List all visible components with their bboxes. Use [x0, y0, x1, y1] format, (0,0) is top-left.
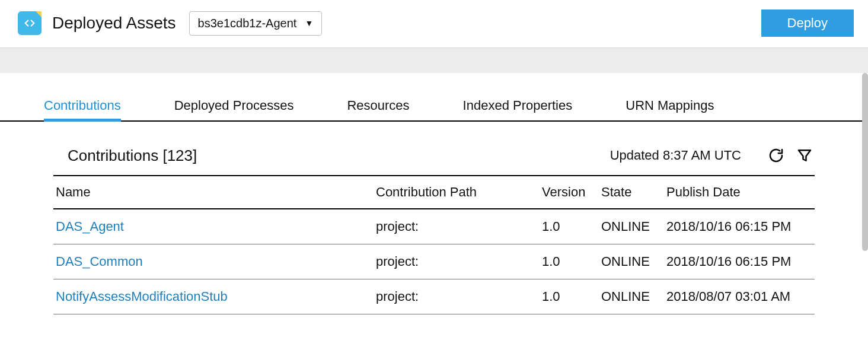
tab-resources[interactable]: Resources [347, 98, 409, 120]
cell-publish: 2018/10/16 06:15 PM [664, 209, 815, 244]
tab-label: Indexed Properties [463, 98, 573, 113]
contribution-link[interactable]: DAS_Common [56, 254, 143, 269]
top-bar: Deployed Assets bs3e1cdb1z-Agent ▼ Deplo… [0, 0, 868, 48]
tab-contributions[interactable]: Contributions [44, 98, 121, 120]
column-header-path[interactable]: Contribution Path [374, 176, 540, 209]
section-title: Contributions [123] [68, 147, 197, 165]
page-title: Deployed Assets [52, 14, 176, 33]
tabs: Contributions Deployed Processes Resourc… [0, 73, 868, 122]
cell-publish: 2018/08/07 03:01 AM [664, 279, 815, 314]
table-row: DAS_Agent project: 1.0 ONLINE 2018/10/16… [53, 209, 815, 244]
tab-label: Resources [347, 98, 409, 113]
table-row: DAS_Common project: 1.0 ONLINE 2018/10/1… [53, 244, 815, 279]
section-header: Contributions [123] Updated 8:37 AM UTC [0, 122, 868, 175]
cell-path: project: [374, 244, 540, 279]
code-icon [18, 11, 42, 35]
updated-timestamp: Updated 8:37 AM UTC [610, 148, 741, 163]
table-header-row: Name Contribution Path Version State Pub… [53, 176, 815, 209]
column-header-version[interactable]: Version [540, 176, 599, 209]
filter-icon[interactable] [794, 145, 815, 166]
tab-label: Contributions [44, 98, 121, 113]
tab-indexed-properties[interactable]: Indexed Properties [463, 98, 573, 120]
cell-path: project: [374, 279, 540, 314]
agent-select[interactable]: bs3e1cdb1z-Agent ▼ [189, 11, 323, 36]
agent-select-value: bs3e1cdb1z-Agent [198, 17, 297, 30]
chevron-down-icon: ▼ [305, 18, 313, 28]
column-header-publish[interactable]: Publish Date [664, 176, 815, 209]
table-row: NotifyAssessModificationStub project: 1.… [53, 279, 815, 314]
column-header-name[interactable]: Name [53, 176, 374, 209]
scrollbar[interactable] [862, 73, 868, 251]
column-header-state[interactable]: State [599, 176, 664, 209]
cell-version: 1.0 [540, 209, 599, 244]
cell-path: project: [374, 209, 540, 244]
contribution-link[interactable]: DAS_Agent [56, 219, 124, 234]
cell-state: ONLINE [599, 209, 664, 244]
tab-label: URN Mappings [626, 98, 714, 113]
contributions-table: Name Contribution Path Version State Pub… [53, 175, 815, 314]
contribution-link[interactable]: NotifyAssessModificationStub [56, 289, 228, 304]
tab-label: Deployed Processes [174, 98, 294, 113]
tab-deployed-processes[interactable]: Deployed Processes [174, 98, 294, 120]
cell-state: ONLINE [599, 279, 664, 314]
cell-state: ONLINE [599, 244, 664, 279]
cell-version: 1.0 [540, 279, 599, 314]
cell-publish: 2018/10/16 06:15 PM [664, 244, 815, 279]
refresh-icon[interactable] [766, 145, 786, 166]
deploy-button[interactable]: Deploy [761, 9, 854, 37]
cell-version: 1.0 [540, 244, 599, 279]
gray-band [0, 48, 868, 73]
tab-urn-mappings[interactable]: URN Mappings [626, 98, 714, 120]
